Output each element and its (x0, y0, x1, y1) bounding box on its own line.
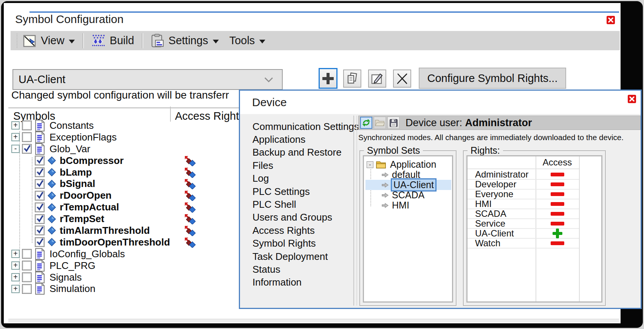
chevron-down-icon (259, 40, 265, 43)
symbol-checkbox[interactable] (22, 132, 32, 142)
symbol-label: Simulation (50, 283, 95, 295)
symbol-tree-row[interactable]: - Glob_Var (8, 143, 243, 155)
tree-expander-icon[interactable]: + (11, 121, 20, 130)
tree-expander-icon[interactable]: + (11, 273, 20, 281)
symbol-checkbox[interactable] (22, 261, 32, 270)
symbol-set-item[interactable]: SCADA (365, 190, 451, 200)
rights-table-row[interactable]: Administrator (468, 170, 579, 180)
import-users-button[interactable] (374, 117, 386, 129)
device-nav-item[interactable]: Access Rights (240, 224, 353, 237)
device-nav-item-label: Backup and Restore (252, 147, 342, 158)
rights-table-row[interactable]: Service (468, 219, 579, 229)
duplicate-symbol-set-button[interactable] (343, 70, 361, 88)
symbol-checkbox[interactable] (35, 167, 45, 177)
build-button[interactable]: Build (86, 31, 139, 50)
tree-expander-icon[interactable]: + (11, 285, 20, 293)
symbol-checkbox[interactable] (22, 284, 32, 294)
sync-status-text: Synchronized modes. All changes are imme… (358, 133, 624, 142)
symbol-set-item[interactable]: UA-Client (365, 180, 451, 190)
rights-table-row[interactable]: Developer (468, 180, 579, 190)
device-user-bar: Device user: Administrator (358, 116, 641, 130)
window-bottom-strip (8, 319, 619, 323)
device-nav-item[interactable]: Status (240, 263, 353, 276)
tree-expander-icon[interactable]: + (11, 133, 20, 141)
symbol-set-root-row[interactable]: - Application (365, 159, 451, 170)
export-users-button[interactable] (387, 117, 399, 129)
tree-expander-icon[interactable]: + (11, 261, 20, 270)
symbol-checkbox[interactable] (35, 191, 45, 201)
symbol-tree-row[interactable]: + ExceptionFlags (8, 131, 243, 143)
toolbar-separator (82, 33, 84, 48)
configure-symbol-rights-button[interactable]: Configure Symbol Rights... (419, 68, 566, 89)
rights-table-row[interactable]: HMI (468, 199, 579, 209)
symbol-checkbox[interactable] (35, 202, 45, 212)
access-rights-icon (184, 202, 196, 214)
symbol-checkbox[interactable] (22, 144, 32, 154)
symbol-set-dropdown[interactable]: UA-Client (12, 69, 283, 90)
device-nav-item[interactable]: Information (240, 276, 353, 289)
symbol-checkbox[interactable] (35, 214, 45, 224)
symbol-tree-row[interactable]: + PLC_PRG (8, 260, 243, 272)
symbol-checkbox[interactable] (35, 179, 45, 189)
rights-table-row[interactable]: Everyone (468, 190, 579, 199)
symbol-set-item[interactable]: HMI (365, 200, 451, 210)
edit-symbol-set-button[interactable] (368, 70, 386, 88)
device-nav-item[interactable]: Log (240, 172, 353, 185)
symbol-tree-row[interactable]: + Signals (8, 272, 243, 283)
device-nav-item[interactable]: PLC Shell (240, 198, 353, 211)
symbol-checkbox[interactable] (22, 120, 32, 130)
document-icon (35, 120, 45, 131)
tree-expander-icon[interactable]: - (11, 145, 20, 153)
symbol-tree-row[interactable]: rTempActual (8, 201, 243, 213)
tools-menu[interactable]: Tools (224, 31, 271, 50)
symbol-checkbox[interactable] (35, 226, 45, 235)
rights-table-row[interactable]: UA-Client (468, 229, 579, 239)
variable-icon (48, 238, 56, 246)
rights-user-label: Administrator (468, 169, 528, 180)
rights-table-row[interactable]: SCADA (468, 209, 579, 219)
table-gridline (579, 156, 580, 301)
symbol-tree-row[interactable]: timDoorOpenThreshold (8, 236, 243, 248)
device-nav-item[interactable]: Applications (240, 133, 353, 146)
symbol-tree-row[interactable]: timAlarmThreshold (8, 225, 243, 236)
device-nav-item[interactable]: Symbol Rights (240, 237, 353, 250)
settings-menu[interactable]: Settings (146, 31, 224, 50)
symbol-tree-row[interactable]: + Simulation (8, 283, 243, 295)
symbol-tree-row[interactable]: bCompressor (8, 155, 243, 167)
device-nav-item[interactable]: Task Deployment (240, 250, 353, 263)
view-menu[interactable]: View (17, 31, 80, 50)
tree-expander-icon[interactable]: - (367, 161, 373, 168)
device-dialog-close-icon[interactable] (628, 95, 636, 103)
symbol-tree-row[interactable]: + IoConfig_Globals (8, 248, 243, 260)
symbol-label: IoConfig_Globals (50, 248, 125, 260)
device-nav-item[interactable]: Backup and Restore (240, 146, 353, 159)
symbol-tree-row[interactable]: + Constants (8, 120, 243, 131)
column-divider[interactable] (170, 107, 171, 122)
symbol-label: rTempActual (60, 201, 119, 213)
rights-table-row[interactable]: Watch (468, 239, 579, 249)
delete-symbol-set-button[interactable] (393, 70, 411, 88)
device-nav-item[interactable]: Communication Settings (240, 120, 353, 133)
variable-icon (48, 156, 56, 165)
add-symbol-set-button[interactable] (319, 68, 337, 89)
symbol-tree-row[interactable]: rDoorOpen (8, 190, 243, 201)
symbol-sets-group-label: Symbol Sets (364, 145, 423, 156)
symbol-checkbox[interactable] (22, 249, 32, 259)
symbol-tree-row[interactable]: rTempSet (8, 213, 243, 225)
device-nav-item[interactable]: Users and Groups (240, 211, 353, 224)
symbol-checkbox[interactable] (35, 237, 45, 247)
symbol-checkbox[interactable] (22, 272, 32, 282)
device-nav-item-label: Files (252, 160, 273, 171)
symbol-checkbox[interactable] (35, 156, 45, 165)
refresh-button[interactable] (360, 117, 372, 129)
device-nav-item-label: Information (252, 276, 302, 288)
plus-icon (322, 73, 334, 84)
close-icon[interactable] (607, 16, 615, 24)
rights-user-label: Service (468, 218, 505, 229)
symbol-label: PLC_PRG (50, 260, 95, 272)
symbol-tree-row[interactable]: bLamp (8, 167, 243, 178)
symbol-tree-row[interactable]: bSignal (8, 178, 243, 190)
tree-expander-icon[interactable]: + (11, 250, 20, 258)
device-nav-item[interactable]: Files (240, 159, 353, 172)
device-nav-item[interactable]: PLC Settings (240, 185, 353, 198)
